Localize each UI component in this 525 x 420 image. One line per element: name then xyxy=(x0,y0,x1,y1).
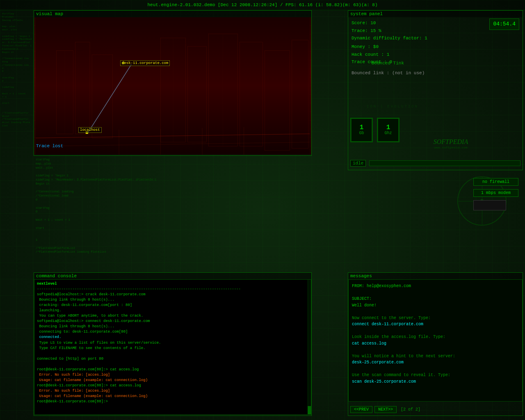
command-console-title: command console xyxy=(34,273,311,279)
trace-count-value: 0 xyxy=(389,59,392,64)
messages-content: FROM: help@exosyphen.com SUBJECT: Well d… xyxy=(348,279,523,402)
engine-info: heut.engine-2.01.032.demo [Dec 12 2008.1… xyxy=(147,2,377,7)
visual-map-panel: visual map xyxy=(34,10,312,156)
chip1-unit: Gb xyxy=(359,131,364,135)
difficulty-value: 1 xyxy=(425,36,427,41)
msg-body4: Use the scan command to reveal it. Type: xyxy=(352,372,519,379)
msg-body3-cmd: desk-25.corporate.com xyxy=(352,359,519,366)
svg-rect-0 xyxy=(36,17,310,155)
money-value: $0 xyxy=(373,44,379,49)
visual-map-content: desk-11.corporate.com localhost Trace lo… xyxy=(34,17,311,155)
idle-bar: idle xyxy=(350,160,520,167)
messages-panel: messages FROM: help@exosyphen.com SUBJEC… xyxy=(348,272,523,416)
hack-count-label: Hack count : xyxy=(352,52,384,57)
idle-label: idle xyxy=(350,160,366,167)
messages-title: messages xyxy=(348,273,523,279)
msg-body1: Now connect to the server. Type: xyxy=(352,315,519,322)
console-content[interactable]: nextlevel ------------------------------… xyxy=(34,279,311,415)
msg-body2: Look inside the access.log file. Type: xyxy=(352,334,519,340)
msg-subject: Well done! xyxy=(352,302,519,309)
chip-gb: 1 Gb xyxy=(350,118,373,142)
trace-lost: Trace lost xyxy=(36,144,63,148)
score-label: Score: xyxy=(352,21,368,25)
prev-button[interactable]: <<PREV xyxy=(350,406,372,413)
modem-button[interactable]: 1 mbps modem xyxy=(473,189,518,197)
visual-map-title: visual map xyxy=(34,11,311,17)
difficulty-label: Dynamic difficulty factor: xyxy=(352,36,422,41)
system-panel-title: system panel xyxy=(348,11,523,17)
next-button[interactable]: NEXT>> xyxy=(374,406,397,413)
command-console: command console nextlevel --------------… xyxy=(34,272,312,416)
progress-bar xyxy=(369,160,520,166)
middle-area: startFag map..ylss wait..ylss sideFlag =… xyxy=(34,156,312,260)
trace-label: Trace: xyxy=(352,28,368,33)
left-terminal: dirtflagProtoSetSaving offsets map..ylss… xyxy=(0,10,35,130)
top-bar: heut.engine-2.01.032.demo [Dec 12 2008.1… xyxy=(0,0,525,10)
messages-nav: <<PREV NEXT>> [2 of 2] xyxy=(348,403,523,415)
trace-value: 15 % xyxy=(370,28,381,33)
msg-body1-cmd: connect desk-11.corporate.com xyxy=(352,321,519,328)
right-buttons: no firewall 1 mbps modem xyxy=(473,178,518,210)
bounced-link-label: Bounced link : xyxy=(352,71,389,75)
softpedia-text: SOFTPEDIA xyxy=(383,138,518,146)
no-firewall-button[interactable]: no firewall xyxy=(473,178,518,186)
msg-from: FROM: help@exosyphen.com xyxy=(352,283,519,290)
node-localhost: localhost xyxy=(78,127,102,133)
msg-body4-cmd: scan desk-25.corporate.com xyxy=(352,379,519,385)
chip2-value: 1 xyxy=(386,124,390,131)
msg-body3: You will notice a hint to the next serve… xyxy=(352,353,519,360)
chip2-unit: Ghz xyxy=(384,131,392,135)
msg-subject-label: SUBJECT: xyxy=(352,296,519,302)
middle-terminal-text: startFag map..ylss wait..ylss sideFlag =… xyxy=(34,156,312,260)
bounced-link-value: (not in use) xyxy=(392,71,425,75)
console-scrollbar[interactable] xyxy=(308,280,311,414)
money-label: Money : xyxy=(352,44,370,49)
system-panel: system panel Score: 10 Trace: 15 % Dynam… xyxy=(348,10,523,170)
chip1-value: 1 xyxy=(360,124,364,131)
hack-count-value: 1 xyxy=(387,52,390,57)
trace-count-label: Trace count : xyxy=(352,59,387,64)
console-scrollbar-thumb[interactable] xyxy=(308,406,311,414)
console-text: nextlevel ------------------------------… xyxy=(34,280,311,406)
node-desk11: desk-11.corporate.com xyxy=(120,60,170,66)
softpedia-logo: SOFTPEDIA www.softpedia.com xyxy=(383,138,518,149)
msg-body2-cmd: cat access.log xyxy=(352,340,519,347)
score-value: 10 xyxy=(370,21,376,25)
page-indicator: [2 of 2] xyxy=(401,407,420,412)
timer-box: 04:54.4 xyxy=(489,18,519,30)
hardware-area: 1 Gb 1 Ghz SOFTPEDIA www.softpedia.com n… xyxy=(350,106,520,153)
softpedia-url: www.softpedia.com xyxy=(383,146,518,149)
empty-slot-button xyxy=(473,200,506,210)
system-panel-content: Score: 10 Trace: 15 % Dynamic difficulty… xyxy=(348,17,523,79)
